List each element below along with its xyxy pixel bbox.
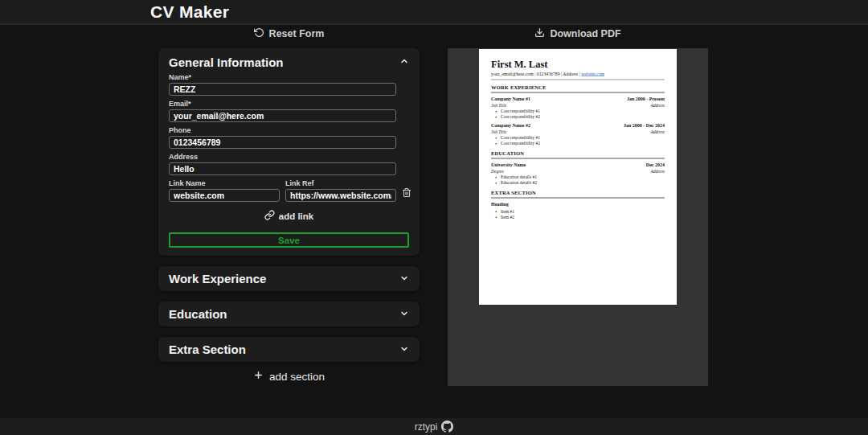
general-information-panel: General Information Name* Email* Phone A… <box>158 48 420 256</box>
link-icon <box>264 210 275 222</box>
name-label: Name* <box>169 73 409 81</box>
cv-contact-line: your_email@here.com | 0123456789 | Addre… <box>491 72 665 80</box>
cv-name: First M. Last <box>491 59 665 70</box>
preview-column: Download PDF First M. Last your_email@he… <box>448 25 708 386</box>
download-icon <box>534 27 545 40</box>
app-footer: rztypi <box>0 418 868 435</box>
page-title: CV Maker <box>150 2 229 21</box>
link-ref-label: Link Ref <box>285 179 396 187</box>
download-pdf-button[interactable]: Download PDF <box>530 27 625 41</box>
github-icon[interactable] <box>441 421 453 433</box>
trash-icon <box>402 187 411 200</box>
form-column: Reset Form General Information Name* Ema… <box>158 25 420 386</box>
collapse-button[interactable] <box>399 56 409 68</box>
address-label: Address <box>169 153 409 161</box>
section-title: Education <box>169 307 227 321</box>
name-field[interactable] <box>169 83 396 96</box>
cv-contact-phone: 0123456789 <box>537 72 560 76</box>
add-link-label: add link <box>279 211 313 221</box>
reset-form-label: Reset Form <box>269 28 325 39</box>
delete-link-button[interactable] <box>402 187 411 202</box>
add-link-button[interactable]: add link <box>260 209 318 223</box>
email-field[interactable] <box>169 109 396 122</box>
cv-contact-email: your_email@here.com <box>491 72 534 76</box>
section-title: Work Experience <box>169 272 266 285</box>
reset-icon <box>254 27 264 40</box>
cv-paper: First M. Last your_email@here.com | 0123… <box>479 49 677 305</box>
cv-contact-address: Address <box>563 72 578 76</box>
address-field[interactable] <box>169 162 396 175</box>
link-name-field[interactable] <box>169 189 280 202</box>
save-button[interactable]: Save <box>169 232 409 248</box>
chevron-down-icon <box>399 272 409 286</box>
reset-form-button[interactable]: Reset Form <box>249 27 330 41</box>
section-title: General Information <box>169 55 284 69</box>
extra-section-panel[interactable]: Extra Section <box>158 337 420 362</box>
link-ref-field[interactable] <box>285 189 396 202</box>
section-title: Extra Section <box>169 343 246 356</box>
cv-work-heading: WORK EXPERIENCE <box>491 84 665 93</box>
general-information-header[interactable]: General Information <box>169 55 409 69</box>
chevron-down-icon <box>399 307 409 322</box>
add-section-button[interactable]: add section <box>248 369 330 384</box>
email-label: Email* <box>169 100 409 108</box>
footer-credit: rztypi <box>415 421 438 433</box>
phone-field[interactable] <box>169 136 396 149</box>
phone-label: Phone <box>169 126 409 134</box>
work-experience-panel[interactable]: Work Experience <box>158 266 420 291</box>
add-section-label: add section <box>269 371 325 383</box>
cv-education-entry: University Name Dec 2024 Degree Address … <box>491 162 665 186</box>
cv-work-entry: Company Name #1 Jan 2000 - Present Job T… <box>491 96 665 120</box>
link-row: Link Name Link Ref <box>169 175 409 202</box>
cv-education-heading: EDUCATION <box>491 150 665 159</box>
app-header: CV Maker <box>0 0 868 25</box>
plus-icon <box>253 370 264 383</box>
chevron-down-icon <box>399 343 409 357</box>
cv-contact-link[interactable]: website.com <box>581 72 604 76</box>
main-content: Reset Form General Information Name* Ema… <box>158 25 710 386</box>
cv-work-entry: Company Name #2 Jan 2000 - Dec 2024 Job … <box>491 123 665 146</box>
cv-preview-panel: First M. Last your_email@here.com | 0123… <box>448 48 708 386</box>
download-pdf-label: Download PDF <box>550 28 620 39</box>
cv-extra-heading: EXTRA SECTION <box>491 190 665 199</box>
chevron-up-icon <box>399 56 409 68</box>
link-name-label: Link Name <box>169 179 280 187</box>
education-panel[interactable]: Education <box>158 302 420 326</box>
cv-extra-entry: Heading Item #1 Item #2 <box>491 202 665 220</box>
